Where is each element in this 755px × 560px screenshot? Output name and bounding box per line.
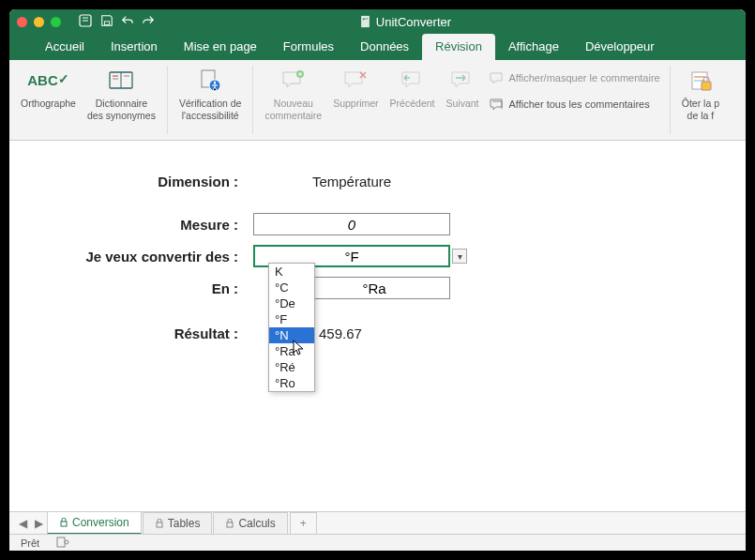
svg-point-22 — [65, 540, 68, 544]
sheet-tab-calculs[interactable]: Calculs — [213, 512, 287, 534]
group-protect: Ôter la p de la f — [671, 60, 731, 140]
toggle-comment-label: Afficher/masquer le commentaire — [509, 72, 660, 84]
document-title-text: UnitConverter — [376, 15, 451, 29]
convert-from-label: Je veux convertir des : — [56, 249, 253, 265]
orthographe-button[interactable]: ABC✓ Orthographe — [15, 64, 82, 112]
delete-comment-icon — [340, 66, 370, 96]
sheet-tab-bar: ◀ ▶ Conversion Tables Calculs + — [9, 511, 746, 534]
svg-rect-21 — [57, 537, 65, 547]
next-comment-icon — [447, 66, 477, 96]
group-accessibility: Vérification de l'accessibilité — [168, 60, 253, 140]
all-comments-label: Afficher tous les commentaires — [509, 98, 650, 111]
dropdown-option[interactable]: °De — [269, 295, 314, 311]
window-controls — [17, 17, 61, 27]
sheet-tab-conversion[interactable]: Conversion — [47, 511, 142, 535]
oter-protection-button[interactable]: Ôter la p de la f — [676, 64, 725, 123]
sheet-nav-next[interactable]: ▶ — [31, 517, 47, 530]
mesure-label: Mesure : — [56, 217, 253, 233]
macro-record-icon[interactable] — [56, 537, 69, 550]
synonymes-label: Dictionnaire des synonymes — [87, 98, 156, 121]
redo-icon[interactable] — [142, 14, 155, 30]
lock-icon — [59, 518, 68, 527]
tab-revision[interactable]: Révision — [422, 34, 495, 60]
suivant-label: Suivant — [445, 98, 478, 110]
suivant-button[interactable]: Suivant — [440, 64, 484, 112]
status-ready: Prêt — [21, 537, 39, 549]
svg-rect-17 — [702, 82, 711, 90]
group-proofing: ABC✓ Orthographe Dictionnaire des synony… — [9, 60, 167, 140]
precedent-label: Précédent — [390, 98, 435, 110]
all-comments-button[interactable]: Afficher tous les commentaires — [487, 94, 662, 116]
dropdown-option[interactable]: °C — [269, 280, 314, 295]
ribbon-tabs: Accueil Insertion Mise en page Formules … — [9, 34, 746, 60]
dropdown-option[interactable]: °F — [269, 311, 314, 327]
accessibilite-label: Vérification de l'accessibilité — [179, 98, 242, 121]
svg-rect-19 — [157, 522, 162, 527]
accessibility-icon — [195, 66, 225, 96]
svg-rect-3 — [362, 19, 364, 21]
autosave-icon[interactable] — [78, 13, 93, 31]
dimension-label: Dimension : — [56, 174, 253, 189]
precedent-button[interactable]: Précédent — [385, 64, 441, 112]
sheet-tab-label: Conversion — [72, 516, 129, 529]
close-window-button[interactable] — [17, 17, 27, 27]
sheet-nav-prev[interactable]: ◀ — [15, 517, 31, 530]
tab-accueil[interactable]: Accueil — [32, 34, 98, 60]
minimize-window-button[interactable] — [34, 17, 44, 27]
tab-developpeur[interactable]: Développeur — [572, 34, 668, 60]
zoom-window-button[interactable] — [51, 17, 61, 27]
tab-insertion[interactable]: Insertion — [98, 34, 171, 60]
dropdown-toggle-button[interactable]: ▾ — [452, 249, 467, 264]
undo-icon[interactable] — [121, 14, 134, 30]
titlebar: UnitConverter — [9, 9, 746, 34]
svg-rect-18 — [61, 522, 67, 526]
quick-access-toolbar — [78, 13, 155, 31]
add-sheet-button[interactable]: + — [290, 512, 317, 534]
dropdown-option[interactable]: °Ra — [269, 343, 314, 359]
mesure-input[interactable]: 0 — [253, 213, 450, 235]
svg-rect-1 — [104, 21, 109, 24]
unprotect-icon — [686, 66, 716, 96]
nouveau-commentaire-button[interactable]: Nouveau commentaire — [259, 64, 327, 123]
unit-dropdown-list: K °C °De °F °N °Ra °Ré °Ro — [268, 263, 315, 392]
resultat-label: Résultat : — [56, 325, 253, 341]
dropdown-option[interactable]: °Ro — [269, 375, 314, 391]
all-comments-icon — [489, 97, 506, 114]
synonymes-button[interactable]: Dictionnaire des synonymes — [82, 64, 161, 123]
save-icon[interactable] — [100, 14, 113, 30]
svg-rect-2 — [361, 16, 370, 27]
convert-to-cell[interactable]: °Ra — [298, 277, 450, 299]
worksheet[interactable]: Dimension : Température Mesure : 0 Je ve… — [9, 141, 746, 488]
sheet-tab-label: Tables — [168, 517, 201, 530]
svg-rect-20 — [227, 522, 233, 527]
tab-formules[interactable]: Formules — [270, 34, 347, 60]
tab-affichage[interactable]: Affichage — [495, 34, 572, 60]
orthographe-label: Orthographe — [21, 98, 76, 110]
spellcheck-icon: ABC✓ — [33, 66, 63, 96]
accessibilite-button[interactable]: Vérification de l'accessibilité — [174, 64, 248, 123]
sheet-tab-tables[interactable]: Tables — [143, 512, 213, 534]
new-comment-icon — [279, 66, 309, 96]
app-window: UnitConverter Accueil Insertion Mise en … — [9, 9, 746, 551]
supprimer-button[interactable]: Supprimer — [327, 64, 384, 112]
dimension-value: Température — [253, 174, 450, 189]
sheet-tab-label: Calculs — [238, 517, 275, 530]
tab-donnees[interactable]: Données — [347, 34, 422, 60]
doc-icon — [359, 15, 372, 28]
nouveau-commentaire-label: Nouveau commentaire — [264, 98, 322, 121]
dropdown-option[interactable]: K — [269, 264, 314, 280]
group-comments: Nouveau commentaire Supprimer Précédent … — [253, 60, 669, 140]
prev-comment-icon — [398, 66, 428, 96]
svg-point-12 — [214, 82, 216, 83]
dropdown-option[interactable]: °Ré — [269, 359, 314, 375]
dropdown-option-selected[interactable]: °N — [269, 327, 314, 343]
document-title: UnitConverter — [359, 15, 451, 29]
supprimer-label: Supprimer — [333, 98, 378, 110]
lock-icon — [155, 519, 164, 528]
convert-to-label: En : — [56, 280, 253, 296]
oter-label: Ôter la p de la f — [682, 98, 719, 121]
lock-icon — [225, 519, 234, 528]
thesaurus-icon — [106, 66, 136, 96]
toggle-comment-button[interactable]: Afficher/masquer le commentaire — [487, 68, 662, 90]
tab-mise-en-page[interactable]: Mise en page — [171, 34, 270, 60]
